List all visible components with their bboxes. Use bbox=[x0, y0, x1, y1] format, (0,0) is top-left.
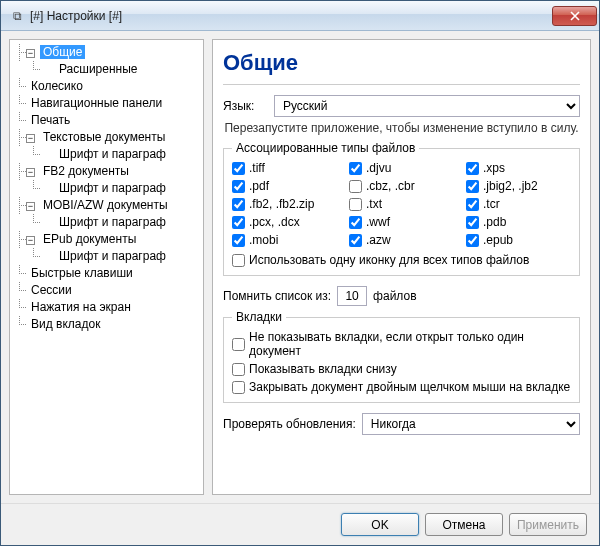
ok-button[interactable]: OK bbox=[341, 513, 419, 536]
remember-list-row: Помнить список из: файлов bbox=[223, 286, 580, 306]
tabs-group: Вкладки Не показывать вкладки, если откр… bbox=[223, 310, 580, 403]
ft-djvu[interactable]: .djvu bbox=[349, 161, 454, 175]
tree-item-wheel[interactable]: Колесико bbox=[28, 79, 86, 93]
ft-azw[interactable]: .azw bbox=[349, 233, 454, 247]
window-title: [#] Настройки [#] bbox=[30, 9, 552, 23]
content-panel: Общие Язык: Русский Перезапустите прилож… bbox=[212, 39, 591, 495]
tree-item-hotkeys[interactable]: Быстрые клавиши bbox=[28, 266, 136, 280]
ft-xps[interactable]: .xps bbox=[466, 161, 571, 175]
tree-item-textdocs[interactable]: Текстовые документы bbox=[40, 130, 168, 144]
file-assoc-legend: Ассоциированные типы файлов bbox=[232, 141, 419, 155]
restart-hint: Перезапустите приложение, чтобы изменени… bbox=[223, 121, 580, 135]
one-icon-checkbox[interactable]: Использовать одну иконку для всех типов … bbox=[232, 253, 571, 267]
app-icon: ⧉ bbox=[9, 8, 25, 24]
tree-item-fb2docs[interactable]: FB2 документы bbox=[40, 164, 132, 178]
expand-icon[interactable]: − bbox=[26, 236, 35, 245]
tree-item-font-paragraph[interactable]: Шрифт и параграф bbox=[56, 147, 169, 161]
tree-item-sessions[interactable]: Сессии bbox=[28, 283, 75, 297]
cancel-button[interactable]: Отмена bbox=[425, 513, 503, 536]
tree-item-font-paragraph[interactable]: Шрифт и параграф bbox=[56, 215, 169, 229]
ft-pcx[interactable]: .pcx, .dcx bbox=[232, 215, 337, 229]
tree-item-font-paragraph[interactable]: Шрифт и параграф bbox=[56, 181, 169, 195]
ft-jbig2[interactable]: .jbig2, .jb2 bbox=[466, 179, 571, 193]
ft-pdf[interactable]: .pdf bbox=[232, 179, 337, 193]
tree-item-font-paragraph[interactable]: Шрифт и параграф bbox=[56, 249, 169, 263]
tree-item-advanced[interactable]: Расширенные bbox=[56, 62, 141, 76]
tree-item-mobidocs[interactable]: MOBI/AZW документы bbox=[40, 198, 171, 212]
expand-icon[interactable]: − bbox=[26, 168, 35, 177]
tree-item-navpanels[interactable]: Навигационные панели bbox=[28, 96, 165, 110]
language-label: Язык: bbox=[223, 99, 268, 113]
remember-prefix: Помнить список из: bbox=[223, 289, 331, 303]
dblclick-close-checkbox[interactable]: Закрывать документ двойным щелчком мыши … bbox=[232, 380, 571, 394]
ft-tcr[interactable]: .tcr bbox=[466, 197, 571, 211]
titlebar[interactable]: ⧉ [#] Настройки [#] bbox=[1, 1, 599, 31]
language-select[interactable]: Русский bbox=[274, 95, 580, 117]
settings-dialog: ⧉ [#] Настройки [#] −Общие Расширенные К… bbox=[0, 0, 600, 546]
file-assoc-group: Ассоциированные типы файлов .tiff .djvu … bbox=[223, 141, 580, 276]
ft-epub[interactable]: .epub bbox=[466, 233, 571, 247]
dialog-footer: OK Отмена Применить bbox=[1, 503, 599, 545]
ft-fb2[interactable]: .fb2, .fb2.zip bbox=[232, 197, 337, 211]
tree-item-epubdocs[interactable]: EPub документы bbox=[40, 232, 139, 246]
hide-single-tab-checkbox[interactable]: Не показывать вкладки, если открыт тольк… bbox=[232, 330, 571, 358]
remember-suffix: файлов bbox=[373, 289, 416, 303]
tree-item-screentaps[interactable]: Нажатия на экран bbox=[28, 300, 134, 314]
ft-tiff[interactable]: .tiff bbox=[232, 161, 337, 175]
remember-count-input[interactable] bbox=[337, 286, 367, 306]
ft-wwf[interactable]: .wwf bbox=[349, 215, 454, 229]
tree-item-tabsview[interactable]: Вид вкладок bbox=[28, 317, 103, 331]
expand-icon[interactable]: − bbox=[26, 49, 35, 58]
tree-item-print[interactable]: Печать bbox=[28, 113, 73, 127]
ft-cbz[interactable]: .cbz, .cbr bbox=[349, 179, 454, 193]
apply-button[interactable]: Применить bbox=[509, 513, 587, 536]
tree-item-general[interactable]: Общие bbox=[40, 45, 85, 59]
close-button[interactable] bbox=[552, 6, 597, 26]
tabs-legend: Вкладки bbox=[232, 310, 286, 324]
tabs-bottom-checkbox[interactable]: Показывать вкладки снизу bbox=[232, 362, 571, 376]
ft-mobi[interactable]: .mobi bbox=[232, 233, 337, 247]
expand-icon[interactable]: − bbox=[26, 202, 35, 211]
category-tree[interactable]: −Общие Расширенные Колесико Навигационны… bbox=[9, 39, 204, 495]
close-icon bbox=[570, 11, 580, 21]
page-title: Общие bbox=[223, 44, 580, 85]
expand-icon[interactable]: − bbox=[26, 134, 35, 143]
updates-label: Проверять обновления: bbox=[223, 417, 356, 431]
updates-select[interactable]: Никогда bbox=[362, 413, 580, 435]
dialog-body: −Общие Расширенные Колесико Навигационны… bbox=[1, 31, 599, 503]
ft-pdb[interactable]: .pdb bbox=[466, 215, 571, 229]
ft-txt[interactable]: .txt bbox=[349, 197, 454, 211]
